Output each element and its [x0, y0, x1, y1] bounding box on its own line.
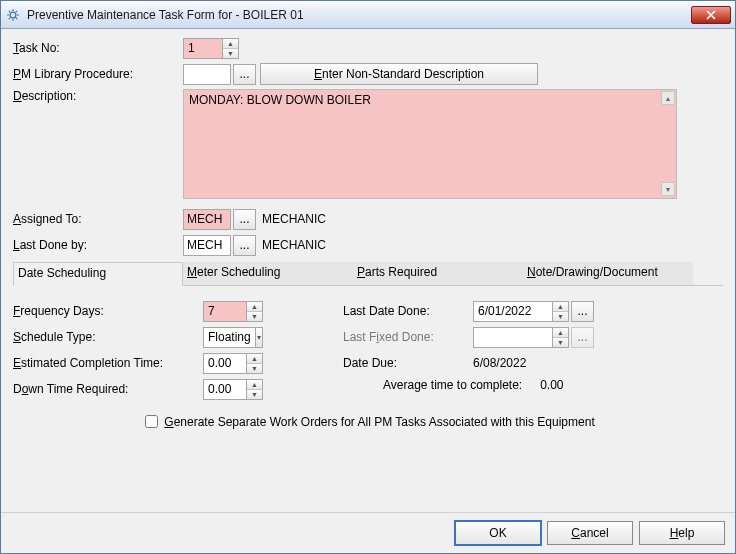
down-time-spinner[interactable]: ▲▼ — [203, 379, 263, 400]
last-fixed-done-spinner[interactable]: ▲▼ — [473, 327, 569, 348]
schedule-type-value: Floating — [204, 328, 255, 347]
down-time-input[interactable] — [204, 380, 246, 399]
frequency-days-input[interactable] — [204, 302, 246, 321]
label-frequency-days: Frequency Days: — [13, 304, 203, 318]
pm-library-browse-button[interactable]: ... — [233, 64, 256, 85]
tab-panel-date-scheduling: Frequency Days: ▲▼ Schedule Type: Floati… — [13, 286, 723, 431]
spin-down-icon[interactable]: ▼ — [553, 312, 568, 321]
window-root: Preventive Maintenance Task Form for - B… — [0, 0, 736, 554]
label-down-time: Down Time Required: — [13, 382, 203, 396]
spin-down-icon[interactable]: ▼ — [247, 312, 262, 321]
last-done-by-browse-button[interactable]: ... — [233, 235, 256, 256]
tab-meter-scheduling[interactable]: Meter Scheduling — [183, 262, 353, 285]
label-last-done-by: Last Done by: — [13, 238, 183, 252]
assigned-to-input[interactable] — [183, 209, 231, 230]
label-generate-separate: Generate Separate Work Orders for All PM… — [164, 415, 594, 429]
label-date-due: Date Due: — [343, 356, 473, 370]
scroll-down-icon[interactable]: ▾ — [661, 182, 675, 196]
ect-input[interactable] — [204, 354, 246, 373]
assigned-to-display: MECHANIC — [256, 212, 326, 226]
spin-down-icon[interactable]: ▼ — [247, 390, 262, 399]
last-date-done-browse-button[interactable]: ... — [571, 301, 594, 322]
scroll-up-icon[interactable]: ▴ — [661, 91, 675, 105]
spin-up-icon[interactable]: ▲ — [247, 354, 262, 364]
label-last-fixed-done: Last Fixed Done: — [343, 330, 473, 344]
chevron-down-icon[interactable]: ▾ — [255, 328, 262, 347]
description-wrap: MONDAY: BLOW DOWN BOILER ▴ ▾ — [183, 89, 677, 202]
tab-note-drawing-document[interactable]: Note/Drawing/Document — [523, 262, 693, 285]
spinner-buttons[interactable]: ▲▼ — [246, 380, 262, 399]
enter-nonstandard-button[interactable]: Enter Non-Standard Description — [260, 63, 538, 85]
gear-icon — [5, 7, 21, 23]
spinner-buttons[interactable]: ▲▼ — [552, 302, 568, 321]
dialog-footer: OK Cancel Help — [1, 512, 735, 553]
label-schedule-type: Schedule Type: — [13, 330, 203, 344]
schedule-type-combo[interactable]: Floating ▾ — [203, 327, 263, 348]
spin-up-icon[interactable]: ▲ — [223, 39, 238, 49]
pm-library-input[interactable] — [183, 64, 231, 85]
generate-separate-checkbox[interactable] — [145, 415, 158, 428]
date-due-value: 6/08/2022 — [473, 356, 526, 370]
last-fixed-done-input[interactable] — [474, 328, 552, 347]
task-no-input[interactable] — [184, 39, 222, 58]
cancel-button[interactable]: Cancel — [547, 521, 633, 545]
label-description: Description: — [13, 89, 183, 103]
spin-down-icon[interactable]: ▼ — [247, 364, 262, 373]
spinner-buttons[interactable]: ▲▼ — [246, 302, 262, 321]
spin-down-icon[interactable]: ▼ — [553, 338, 568, 347]
avg-time-value: 0.00 — [540, 378, 563, 392]
spin-down-icon[interactable]: ▼ — [223, 49, 238, 58]
description-textarea[interactable]: MONDAY: BLOW DOWN BOILER — [183, 89, 677, 199]
titlebar[interactable]: Preventive Maintenance Task Form for - B… — [1, 1, 735, 29]
spinner-buttons[interactable]: ▲▼ — [246, 354, 262, 373]
label-avg-time: Average time to complete: — [383, 378, 522, 392]
label-task-no: Task No: — [13, 41, 183, 55]
label-ect: Estimated Completion Time: — [13, 356, 203, 370]
last-fixed-done-browse-button: ... — [571, 327, 594, 348]
form-body: Task No: ▲▼ PM Library Procedure: ... En… — [1, 29, 735, 512]
tabstrip: Date Scheduling Meter Scheduling Parts R… — [13, 262, 723, 286]
frequency-days-spinner[interactable]: ▲▼ — [203, 301, 263, 322]
spinner-buttons[interactable]: ▲▼ — [222, 39, 238, 58]
spinner-buttons[interactable]: ▲▼ — [552, 328, 568, 347]
close-button[interactable] — [691, 6, 731, 24]
window-title: Preventive Maintenance Task Form for - B… — [27, 8, 691, 22]
last-date-done-spinner[interactable]: ▲▼ — [473, 301, 569, 322]
label-last-date-done: Last Date Done: — [343, 304, 473, 318]
last-date-done-input[interactable] — [474, 302, 552, 321]
task-no-spinner[interactable]: ▲▼ — [183, 38, 239, 59]
tab-date-scheduling[interactable]: Date Scheduling — [13, 262, 183, 286]
spin-up-icon[interactable]: ▲ — [553, 328, 568, 338]
label-assigned-to: Assigned To: — [13, 212, 183, 226]
spin-up-icon[interactable]: ▲ — [247, 302, 262, 312]
help-button[interactable]: Help — [639, 521, 725, 545]
assigned-to-browse-button[interactable]: ... — [233, 209, 256, 230]
ok-button[interactable]: OK — [455, 521, 541, 545]
tab-parts-required[interactable]: Parts Required — [353, 262, 523, 285]
label-pm-library: PM Library Procedure: — [13, 67, 183, 81]
last-done-by-display: MECHANIC — [256, 238, 326, 252]
spin-up-icon[interactable]: ▲ — [553, 302, 568, 312]
spin-up-icon[interactable]: ▲ — [247, 380, 262, 390]
last-done-by-input[interactable] — [183, 235, 231, 256]
svg-point-0 — [10, 12, 16, 18]
ect-spinner[interactable]: ▲▼ — [203, 353, 263, 374]
